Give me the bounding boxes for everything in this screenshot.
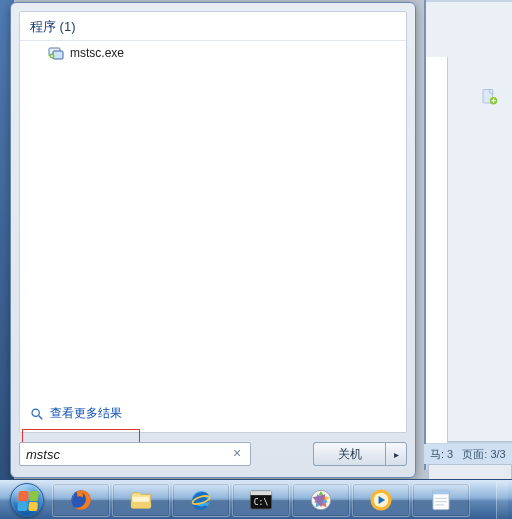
search-results-pane: 程序 (1) mstsc.exe 查看更多结果: [19, 11, 407, 433]
doc-new-icon: [480, 88, 498, 106]
start-button[interactable]: [4, 481, 50, 519]
taskbar-item-explorer[interactable]: [112, 483, 170, 517]
background-statusbar: 马: 3 页面: 3/3 节: [424, 444, 512, 464]
taskbar-item-picasa[interactable]: [292, 483, 350, 517]
result-item-mstsc[interactable]: mstsc.exe: [20, 41, 406, 65]
svg-rect-19: [433, 490, 449, 494]
taskbar-item-ie[interactable]: [172, 483, 230, 517]
taskbar-item-cmd[interactable]: C:\: [232, 483, 290, 517]
shutdown-button[interactable]: 关机: [313, 442, 385, 466]
svg-point-5: [32, 409, 39, 416]
show-desktop-button[interactable]: [496, 481, 508, 519]
svg-rect-9: [131, 501, 151, 508]
svg-rect-13: [250, 491, 271, 495]
start-menu-panel: 程序 (1) mstsc.exe 查看更多结果 × 关机 ▸: [10, 2, 416, 478]
ie-icon: [188, 487, 214, 513]
taskbar-item-notepad[interactable]: [412, 483, 470, 517]
result-item-label: mstsc.exe: [70, 46, 124, 60]
svg-line-6: [39, 415, 43, 419]
background-scrollbar[interactable]: [428, 464, 512, 480]
document-page-edge: [426, 57, 448, 443]
windows-orb-icon: [10, 483, 44, 517]
background-window: [424, 0, 512, 470]
svg-rect-3: [53, 51, 63, 59]
search-input[interactable]: [19, 442, 251, 466]
svg-text:C:\: C:\: [254, 496, 269, 506]
status-seg-1: 马: 3: [430, 448, 453, 460]
shutdown-menu-arrow[interactable]: ▸: [385, 442, 407, 466]
media-icon: [368, 487, 394, 513]
cmd-icon: C:\: [248, 487, 274, 513]
firefox-icon: [68, 487, 94, 513]
search-icon: [30, 407, 44, 421]
clear-search-icon[interactable]: ×: [229, 445, 245, 461]
shutdown-split-button: 关机 ▸: [313, 442, 407, 466]
taskbar-item-firefox[interactable]: [52, 483, 110, 517]
status-seg-2: 页面: 3/3: [462, 448, 505, 460]
notepad-icon: [428, 487, 454, 513]
taskbar-item-media[interactable]: [352, 483, 410, 517]
results-group-header-programs: 程序 (1): [20, 12, 406, 41]
taskbar: C:\: [0, 479, 512, 519]
see-more-label: 查看更多结果: [50, 405, 122, 422]
start-menu-bottom-row: × 关机 ▸: [19, 439, 407, 469]
background-pane: [426, 2, 512, 442]
rdp-icon: [48, 45, 64, 61]
shutter-icon: [308, 487, 334, 513]
see-more-results-link[interactable]: 查看更多结果: [20, 397, 406, 432]
search-field-wrap: ×: [19, 442, 251, 466]
folder-icon: [128, 487, 154, 513]
